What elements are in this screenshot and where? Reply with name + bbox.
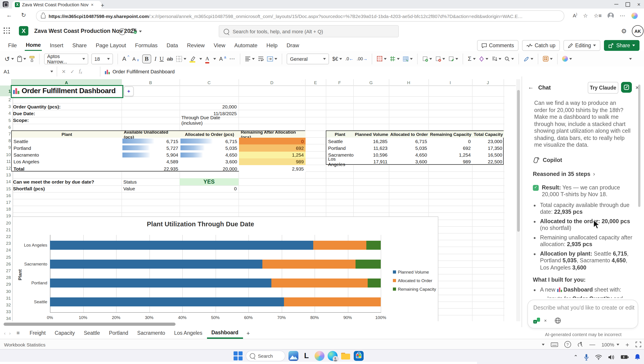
column-header-C[interactable]: C: [180, 79, 239, 86]
chat-scrollbar-thumb[interactable]: [638, 84, 640, 207]
row-number-29[interactable]: 29: [0, 281, 13, 288]
ribbon-tab-automate[interactable]: Automate: [233, 40, 258, 50]
app-launcher-icon[interactable]: [4, 28, 11, 35]
row-number-24[interactable]: 24: [0, 247, 13, 254]
battery-icon[interactable]: [620, 354, 629, 360]
shortfall-value[interactable]: 0: [180, 185, 238, 192]
ribbon-tab-page-layout[interactable]: Page Layout: [95, 40, 127, 50]
row-number-16[interactable]: 16: [0, 192, 13, 199]
microphone-icon[interactable]: [584, 354, 589, 361]
sheet-list-menu-icon[interactable]: ≡: [16, 330, 20, 336]
formula-input[interactable]: Order Fulfillment Dashboard: [100, 66, 179, 76]
row-number-2[interactable]: 2: [0, 96, 13, 104]
strikethrough-icon[interactable]: ab: [167, 56, 173, 62]
share-button[interactable]: Share: [604, 40, 640, 51]
account-avatar[interactable]: AK: [632, 25, 644, 37]
column-header-F[interactable]: F: [326, 79, 354, 86]
row-number-22[interactable]: 22: [0, 233, 13, 240]
vertical-scrollbar-thumb[interactable]: [517, 90, 520, 232]
excel-logo-icon[interactable]: X: [19, 26, 28, 36]
cancel-icon[interactable]: ✕: [62, 68, 66, 74]
web-globe-icon[interactable]: [554, 317, 561, 324]
comments-button[interactable]: Comments: [477, 40, 518, 51]
fullscreen-icon[interactable]: [636, 342, 641, 347]
refresh-icon[interactable]: ↻: [21, 12, 26, 18]
row-number-26[interactable]: 26: [0, 260, 13, 268]
row-number-33[interactable]: 33: [0, 308, 13, 316]
ribbon-tab-formulas[interactable]: Formulas: [134, 40, 158, 50]
edge-icon[interactable]: [328, 351, 338, 361]
compose-icon[interactable]: [621, 82, 632, 93]
font-size-icon[interactable]: 18: [91, 53, 113, 64]
sheet-tab-portland[interactable]: Portland: [104, 328, 133, 338]
fx-icon[interactable]: fx: [79, 68, 82, 75]
sheet-tab-dashboard[interactable]: Dashboard: [207, 327, 243, 338]
autosum-icon[interactable]: Σ: [468, 55, 476, 62]
vertical-scrollbar[interactable]: [516, 79, 520, 325]
row-number-31[interactable]: 31: [0, 295, 13, 302]
zoom-in-icon[interactable]: +: [626, 341, 629, 348]
reasoned-steps-toggle[interactable]: Reasoned in 35 steps›: [533, 171, 637, 177]
ribbon-tab-review[interactable]: Review: [186, 40, 206, 50]
cell-label-r4[interactable]: Due Date:: [11, 110, 122, 117]
ribbon-tab-draw[interactable]: Draw: [286, 40, 300, 50]
row-number-30[interactable]: 30: [0, 288, 13, 295]
number-styles-icon[interactable]: [390, 56, 400, 62]
close-icon[interactable]: ×: [637, 2, 640, 7]
photos-icon[interactable]: [288, 351, 298, 361]
excel-agent-icon[interactable]: x: [533, 318, 540, 324]
sheet-tab-seattle[interactable]: Seattle: [80, 328, 105, 338]
find-icon[interactable]: [504, 56, 514, 62]
format-cells-icon[interactable]: [448, 56, 458, 62]
cell-label-r5[interactable]: Scope:: [11, 117, 122, 124]
question-label[interactable]: Can we meet the order by due date?: [11, 178, 122, 185]
alignment-icon[interactable]: [245, 56, 255, 61]
ribbon-tab-help[interactable]: Help: [266, 40, 278, 50]
number-format-icon[interactable]: General: [287, 53, 329, 64]
wrap-text-icon[interactable]: [258, 56, 264, 61]
copilot-icon[interactable]: [632, 12, 638, 19]
row-number-13[interactable]: 13: [0, 172, 13, 179]
ribbon-tab-view[interactable]: View: [213, 40, 226, 50]
spreadsheet-area[interactable]: ABCDEFGHIJ 12345678910111213141516171819…: [0, 76, 522, 328]
borders-icon[interactable]: [176, 56, 186, 62]
l-app-icon[interactable]: L: [302, 351, 312, 361]
shortfall-label[interactable]: Shortfall (pcs): [11, 185, 122, 192]
back-icon[interactable]: ←: [6, 12, 12, 18]
settings-gear-icon[interactable]: ⚙: [621, 28, 627, 35]
start-icon[interactable]: [234, 352, 242, 360]
shrink-font-icon[interactable]: Av: [132, 55, 139, 62]
sheet-tab-capacity[interactable]: Capacity: [50, 328, 80, 338]
chat-input[interactable]: Describe what you'd like to create or ed…: [528, 300, 638, 328]
currency-icon[interactable]: $€: [332, 56, 342, 62]
column-headers[interactable]: ABCDEFGHIJ: [0, 79, 516, 86]
decrease-decimal-icon[interactable]: .0←: [345, 56, 354, 61]
browser-tab[interactable]: X Zava West Coast Production Nov ×: [12, 1, 101, 8]
row-number-27[interactable]: 27: [0, 267, 13, 274]
row-number-20[interactable]: 20: [0, 219, 13, 226]
underline-icon[interactable]: U: [160, 55, 164, 62]
ribbon-tab-insert[interactable]: Insert: [49, 40, 64, 50]
volume-icon[interactable]: [608, 354, 615, 360]
row-number-28[interactable]: 28: [0, 274, 13, 281]
sheet-tab-los-angeles[interactable]: Los Angeles: [170, 328, 207, 338]
copilot-icon[interactable]: [562, 56, 572, 62]
keyboard-icon[interactable]: [550, 342, 558, 347]
grid[interactable]: 1234567891011121314151617181920212223242…: [0, 86, 516, 322]
merge-center-icon[interactable]: [267, 56, 278, 62]
paste-icon[interactable]: [17, 56, 26, 62]
bold-icon[interactable]: B: [142, 54, 151, 63]
insert-cells-icon[interactable]: [422, 56, 432, 62]
url-bar[interactable]: https://m365cpi10487598-my.sharepoint.co…: [36, 10, 564, 22]
read-aloud-icon[interactable]: A): [573, 12, 577, 18]
undo-icon[interactable]: ↺: [4, 55, 14, 62]
store-icon[interactable]: [354, 351, 364, 361]
question-key[interactable]: Status: [122, 178, 180, 185]
copilot-icon[interactable]: [314, 351, 324, 361]
row-number-17[interactable]: 17: [0, 199, 13, 206]
chevron-down-icon[interactable]: [542, 344, 544, 345]
search-input[interactable]: Search for tools, help, and more (Alt + …: [219, 25, 399, 37]
column-header-B[interactable]: B: [122, 79, 180, 86]
zoom-out-icon[interactable]: —: [589, 341, 595, 348]
name-box[interactable]: A1: [0, 66, 57, 76]
